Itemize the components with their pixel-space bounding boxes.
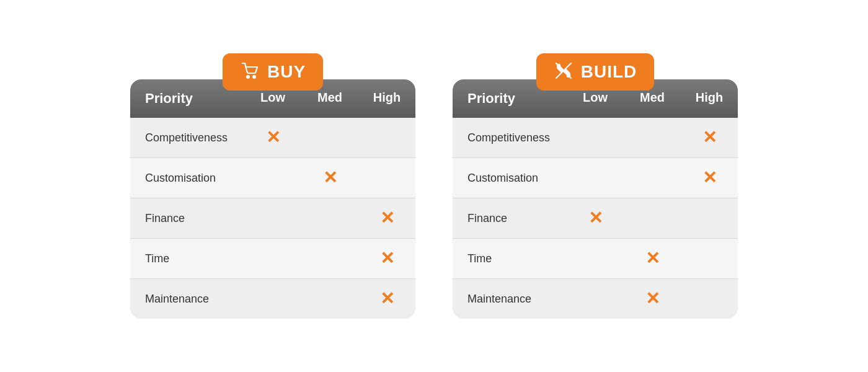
buy-badge-label: BUY bbox=[267, 62, 306, 82]
build-row-maintenance-low bbox=[567, 279, 624, 319]
buy-row-finance: Finance ✕ bbox=[130, 198, 415, 239]
build-card-container: BUILD Priority Low Med High Competitiven… bbox=[453, 53, 738, 319]
buy-row-customisation-high bbox=[358, 158, 415, 198]
build-row-customisation-label: Customisation bbox=[453, 158, 567, 198]
buy-col-high: High bbox=[358, 79, 415, 118]
build-row-competitiveness-med bbox=[624, 118, 681, 157]
buy-row-maintenance-label: Maintenance bbox=[130, 279, 244, 319]
build-row-finance-label: Finance bbox=[453, 198, 567, 238]
build-row-competitiveness-low bbox=[567, 118, 624, 157]
build-row-time-label: Time bbox=[453, 239, 567, 278]
cross-mark: ✕ bbox=[380, 250, 394, 267]
cross-mark: ✕ bbox=[323, 169, 337, 187]
buy-row-maintenance: Maintenance ✕ bbox=[130, 279, 415, 319]
build-row-time: Time ✕ bbox=[453, 239, 738, 279]
build-row-maintenance: Maintenance ✕ bbox=[453, 279, 738, 319]
build-row-maintenance-med: ✕ bbox=[624, 279, 681, 319]
buy-row-finance-high: ✕ bbox=[358, 198, 415, 238]
buy-table-card: Priority Low Med High Competitiveness ✕ … bbox=[130, 79, 415, 319]
cross-mark: ✕ bbox=[588, 210, 603, 227]
build-row-finance: Finance ✕ bbox=[453, 198, 738, 239]
buy-row-maintenance-med bbox=[301, 279, 358, 319]
build-row-time-high bbox=[681, 239, 738, 278]
buy-row-customisation-med: ✕ bbox=[301, 158, 358, 198]
cross-mark: ✕ bbox=[380, 210, 394, 227]
buy-row-competitiveness-high bbox=[358, 118, 415, 157]
build-row-customisation-med bbox=[624, 158, 681, 198]
svg-point-1 bbox=[253, 76, 255, 78]
buy-row-time-label: Time bbox=[130, 239, 244, 278]
build-row-maintenance-label: Maintenance bbox=[453, 279, 567, 319]
svg-point-0 bbox=[247, 76, 249, 78]
buy-row-time: Time ✕ bbox=[130, 239, 415, 279]
build-badge: BUILD bbox=[536, 53, 655, 91]
buy-row-time-low bbox=[244, 239, 301, 278]
cart-icon bbox=[240, 61, 260, 83]
build-row-finance-high bbox=[681, 198, 738, 238]
build-row-competitiveness: Competitiveness ✕ bbox=[453, 118, 738, 158]
build-row-customisation: Customisation ✕ bbox=[453, 158, 738, 198]
buy-row-competitiveness: Competitiveness ✕ bbox=[130, 118, 415, 158]
page-wrapper: BUY Priority Low Med High Competitivenes… bbox=[93, 29, 775, 343]
buy-row-finance-low bbox=[244, 198, 301, 238]
build-table-card: Priority Low Med High Competitiveness ✕ … bbox=[453, 79, 738, 319]
buy-row-time-med bbox=[301, 239, 358, 278]
build-row-customisation-low bbox=[567, 158, 624, 198]
build-row-time-low bbox=[567, 239, 624, 278]
buy-row-competitiveness-med bbox=[301, 118, 358, 157]
cross-mark: ✕ bbox=[380, 290, 394, 308]
buy-row-finance-med bbox=[301, 198, 358, 238]
buy-row-customisation-label: Customisation bbox=[130, 158, 244, 198]
svg-point-5 bbox=[567, 74, 570, 78]
cross-mark: ✕ bbox=[702, 169, 717, 187]
build-badge-label: BUILD bbox=[581, 62, 637, 82]
build-row-finance-low: ✕ bbox=[567, 198, 624, 238]
buy-card-container: BUY Priority Low Med High Competitivenes… bbox=[130, 53, 415, 319]
buy-row-time-high: ✕ bbox=[358, 239, 415, 278]
buy-row-finance-label: Finance bbox=[130, 198, 244, 238]
tools-icon bbox=[554, 61, 574, 83]
build-row-finance-med bbox=[624, 198, 681, 238]
buy-badge: BUY bbox=[223, 53, 323, 91]
build-row-maintenance-high bbox=[681, 279, 738, 319]
build-row-competitiveness-label: Competitiveness bbox=[453, 118, 567, 157]
build-row-customisation-high: ✕ bbox=[681, 158, 738, 198]
buy-row-competitiveness-label: Competitiveness bbox=[130, 118, 244, 157]
buy-row-customisation-low bbox=[244, 158, 301, 198]
svg-point-4 bbox=[557, 64, 560, 68]
buy-row-maintenance-low bbox=[244, 279, 301, 319]
buy-row-maintenance-high: ✕ bbox=[358, 279, 415, 319]
buy-row-customisation: Customisation ✕ bbox=[130, 158, 415, 198]
cross-mark: ✕ bbox=[266, 129, 280, 146]
buy-row-competitiveness-low: ✕ bbox=[244, 118, 301, 157]
cross-mark: ✕ bbox=[645, 250, 660, 267]
cross-mark: ✕ bbox=[645, 290, 660, 308]
cross-mark: ✕ bbox=[702, 129, 717, 146]
build-row-time-med: ✕ bbox=[624, 239, 681, 278]
build-row-competitiveness-high: ✕ bbox=[681, 118, 738, 157]
build-col-high: High bbox=[681, 79, 738, 118]
